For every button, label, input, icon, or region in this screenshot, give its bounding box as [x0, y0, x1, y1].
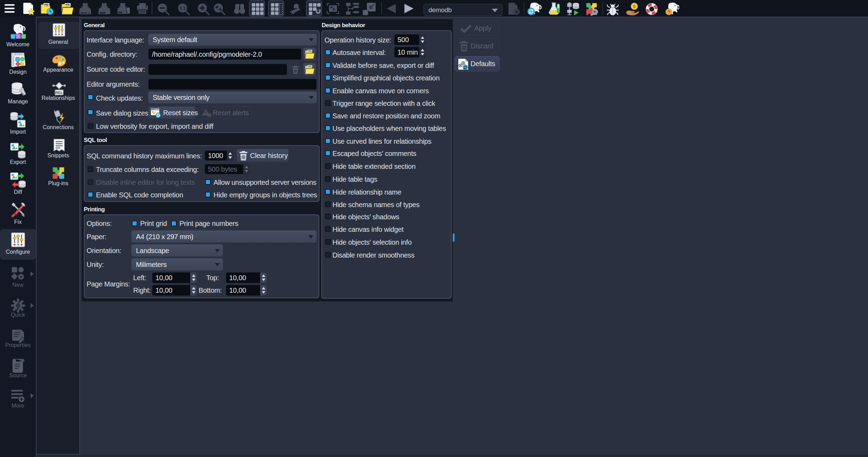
svg-text:$: $ [633, 4, 636, 9]
svg-text:REL: REL [55, 90, 63, 95]
svg-text:1:1: 1:1 [179, 6, 186, 11]
svg-text:?: ? [667, 9, 670, 15]
